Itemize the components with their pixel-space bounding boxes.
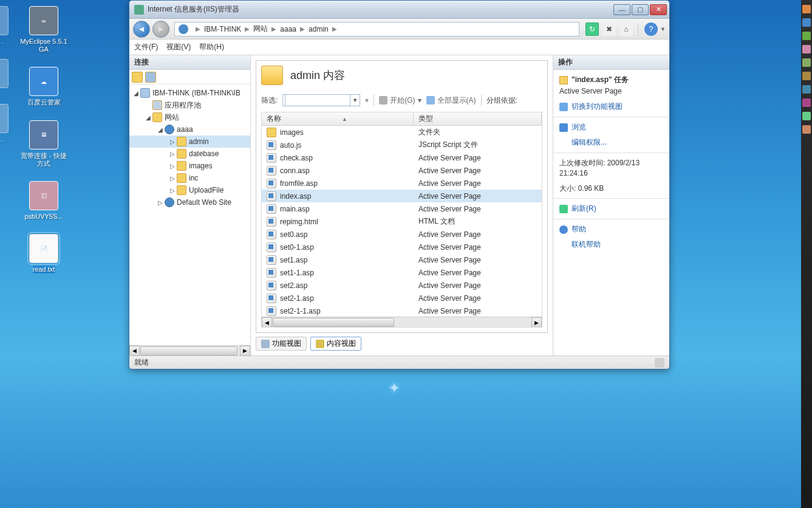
desktop-icon-psb[interactable]: ◱psbUVY5S...: [18, 181, 69, 221]
show-all-button[interactable]: 全部显示(A): [426, 95, 476, 106]
file-row[interactable]: auto.jsJScript Script 文件: [262, 139, 542, 151]
file-list-body[interactable]: images文件夹auto.jsJScript Script 文件check.a…: [262, 126, 542, 317]
online-help-link[interactable]: 联机帮助: [553, 237, 669, 252]
back-button[interactable]: ◄: [133, 21, 150, 38]
breadcrumb-item[interactable]: aaaa: [280, 25, 296, 33]
desktop-icon-baiduyun[interactable]: ☁百度云管家: [18, 67, 69, 106]
file-name: fromfile.asp: [280, 179, 318, 188]
folder-icon: [267, 128, 276, 137]
view-tabs: 功能视图 内容视图: [256, 337, 548, 351]
file-row[interactable]: set2-1-1.aspActive Server Page: [262, 304, 542, 317]
tree-folder-admin[interactable]: ▷admin: [129, 136, 250, 148]
file-icon: [267, 191, 276, 201]
connections-tree[interactable]: ◢IBM-THINK (IBM-THINK\IB 应用程序池 ◢网站 ◢aaaa…: [129, 84, 250, 345]
save-icon[interactable]: [145, 72, 156, 83]
globe-icon: [179, 24, 188, 34]
switch-icon: [559, 103, 568, 111]
go-button[interactable]: ↻: [585, 22, 599, 36]
filter-input[interactable]: [285, 94, 350, 106]
forward-button[interactable]: ►: [152, 21, 169, 38]
file-name: auto.js: [280, 141, 301, 149]
tree-folder-images[interactable]: ▷images: [129, 160, 250, 172]
breadcrumb-item[interactable]: 网站: [253, 24, 268, 34]
menu-view[interactable]: 视图(V): [166, 42, 191, 52]
close-button[interactable]: ✕: [650, 4, 667, 15]
file-row[interactable]: repimg.htmlHTML 文档: [262, 215, 542, 228]
tree-folder-inc[interactable]: ▷inc: [129, 172, 250, 184]
refresh-link[interactable]: 刷新(R): [553, 201, 669, 216]
maximize-button[interactable]: ▢: [632, 4, 649, 15]
scroll-right-button[interactable]: ▶: [531, 317, 542, 328]
col-type-header[interactable]: 类型: [414, 112, 542, 125]
file-type: Active Server Page: [414, 192, 542, 201]
desktop-icon-broadband[interactable]: 🖥宽带连接 - 快捷方式: [18, 120, 69, 168]
tree-server-node[interactable]: ◢IBM-THINK (IBM-THINK\IB: [129, 87, 250, 99]
address-bar[interactable]: ▶ IBM-THINK▶ 网站▶ aaaa▶ admin▶: [174, 22, 579, 36]
file-name: set0-1.asp: [280, 243, 314, 252]
file-row[interactable]: set0.aspActive Server Page: [262, 228, 542, 241]
switch-to-features-link[interactable]: 切换到功能视图: [553, 99, 669, 114]
tree-site-aaaa[interactable]: ◢aaaa: [129, 123, 250, 136]
home-button[interactable]: ⌂: [619, 22, 633, 36]
file-row[interactable]: set0-1.aspActive Server Page: [262, 241, 542, 253]
scroll-thumb[interactable]: [273, 318, 394, 327]
help-link[interactable]: 帮助: [553, 222, 669, 237]
dropdown-arrow-icon[interactable]: ▼: [660, 26, 666, 32]
desktop-icon-read-txt[interactable]: 📄read.txt: [18, 234, 69, 273]
file-icon: [267, 255, 276, 265]
tree-folder-datebase[interactable]: ▷datebase: [129, 148, 250, 160]
help-button[interactable]: ?: [644, 22, 658, 36]
file-row[interactable]: check.aspActive Server Page: [262, 151, 542, 164]
tree-horizontal-scrollbar[interactable]: ◀ ▶: [129, 345, 250, 355]
file-name: set2.asp: [280, 281, 307, 290]
file-row[interactable]: index.aspActive Server Page: [262, 190, 542, 202]
scroll-left-button[interactable]: ◀: [262, 317, 272, 328]
file-row[interactable]: set2-1.aspActive Server Page: [262, 292, 542, 304]
scroll-right-button[interactable]: ▶: [240, 346, 250, 356]
content-view-tab[interactable]: 内容视图: [310, 337, 361, 351]
browse-link[interactable]: 浏览: [553, 120, 669, 135]
folder-large-icon: [261, 66, 283, 85]
file-row[interactable]: images文件夹: [262, 126, 542, 139]
tree-default-web-site[interactable]: ▷Default Web Site: [129, 196, 250, 208]
file-name: set0.asp: [280, 230, 307, 239]
dropdown-icon[interactable]: ▼: [352, 97, 358, 103]
tree-folder-uploadfile[interactable]: ▷UploadFile: [129, 184, 250, 196]
file-list-header: 名称▲ 类型: [262, 112, 542, 126]
file-row[interactable]: set1-1.aspActive Server Page: [262, 266, 542, 279]
help-icon: [559, 225, 568, 234]
connect-icon[interactable]: [132, 72, 143, 83]
desktop-icon-myeclipse[interactable]: ∞MyEclipse 5.5.1 GA: [18, 6, 69, 53]
file-icon: [267, 281, 276, 290]
file-icon: [267, 306, 276, 316]
file-row[interactable]: set1.aspActive Server Page: [262, 253, 542, 266]
mtime-info: 上次修改时间: 2009/2/13 21:24:16: [553, 156, 669, 181]
start-button[interactable]: 开始(G) ▾: [379, 95, 421, 106]
file-icon: [559, 76, 568, 84]
edit-permissions-link[interactable]: 编辑权限...: [553, 135, 669, 150]
filter-input-wrap: ▼: [282, 94, 360, 106]
file-row[interactable]: conn.aspActive Server Page: [262, 164, 542, 177]
filter-label: 筛选:: [261, 95, 278, 106]
breadcrumb-item[interactable]: IBM-THINK: [204, 25, 241, 33]
file-row[interactable]: main.aspActive Server Page: [262, 202, 542, 215]
menu-help[interactable]: 帮助(H): [199, 42, 224, 52]
stop-button[interactable]: ✖: [602, 22, 616, 36]
minimize-button[interactable]: —: [613, 4, 630, 15]
titlebar[interactable]: Internet 信息服务(IIS)管理器 — ▢ ✕: [129, 1, 669, 19]
file-icon: [267, 242, 276, 252]
tree-sites[interactable]: ◢网站: [129, 111, 250, 123]
file-list-horizontal-scrollbar[interactable]: ◀ ▶: [262, 317, 542, 327]
file-row[interactable]: set2.aspActive Server Page: [262, 279, 542, 292]
scroll-thumb[interactable]: [140, 346, 237, 355]
status-icon: [655, 358, 664, 368]
breadcrumb-item[interactable]: admin: [309, 25, 329, 33]
tree-app-pools[interactable]: 应用程序池: [129, 99, 250, 111]
menu-file[interactable]: 文件(F): [134, 42, 158, 52]
features-view-tab[interactable]: 功能视图: [256, 337, 307, 351]
col-name-header[interactable]: 名称▲: [262, 112, 414, 125]
file-row[interactable]: fromfile.aspActive Server Page: [262, 177, 542, 190]
task-title: "index.asp" 任务: [559, 75, 663, 85]
scroll-left-button[interactable]: ◀: [129, 346, 140, 356]
file-type: JScript Script 文件: [414, 140, 542, 150]
